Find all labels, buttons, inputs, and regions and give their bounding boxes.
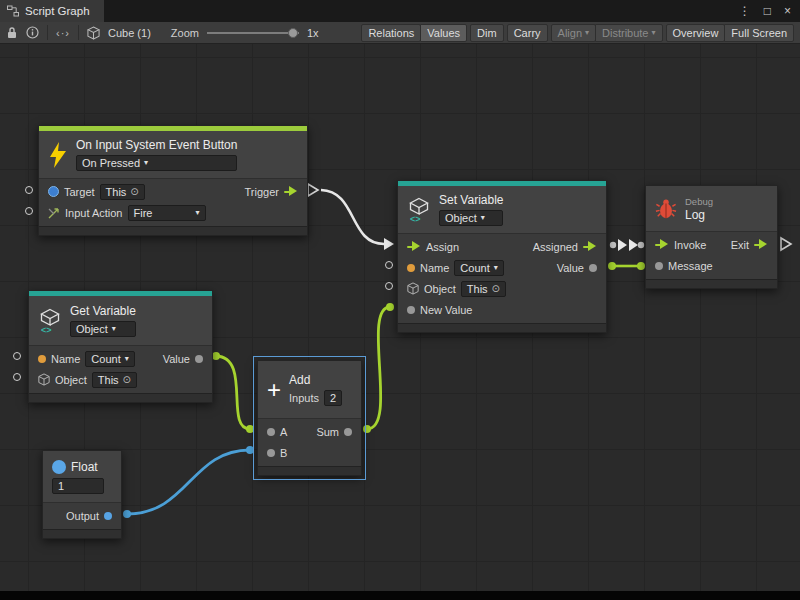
node-float[interactable]: Float 1 Output (42, 450, 122, 539)
float-icon (52, 460, 66, 474)
info-icon[interactable] (26, 26, 39, 39)
values-button[interactable]: Values (420, 24, 467, 42)
port-label: Input Action (65, 207, 123, 219)
event-state-dropdown[interactable]: On Pressed ▾ (76, 155, 237, 171)
node-add[interactable]: + Add Inputs 2 A Sum (257, 360, 362, 476)
name-row: Name Count ▾ Value (398, 257, 606, 278)
lock-icon[interactable] (6, 26, 18, 39)
port-label: Value (557, 262, 584, 274)
zoom-value: 1x (307, 27, 319, 39)
name-port[interactable] (407, 264, 415, 272)
port-circle[interactable] (385, 261, 393, 269)
variable-kind-dropdown[interactable]: Object ▾ (70, 321, 136, 337)
assign-port[interactable] (407, 241, 421, 253)
value-port[interactable] (195, 355, 203, 363)
inputs-label: Inputs (289, 392, 319, 404)
message-port[interactable] (655, 262, 663, 270)
exit-carry-arrow (781, 238, 791, 250)
node-footer (398, 323, 606, 332)
close-icon[interactable]: × (784, 4, 791, 18)
node-title: Float (71, 460, 98, 474)
variable-name-dropdown[interactable]: Count ▾ (85, 351, 134, 367)
node-title: Log (685, 208, 713, 222)
name-port[interactable] (38, 355, 46, 363)
tab-script-graph[interactable]: Script Graph (0, 0, 104, 22)
port-circle[interactable] (13, 352, 21, 360)
fullscreen-button[interactable]: Full Screen (724, 24, 794, 42)
invoke-port[interactable] (655, 239, 669, 251)
port-label: Name (51, 353, 80, 365)
caret-icon: ▾ (112, 325, 116, 333)
inputs-count-field[interactable]: 2 (324, 390, 342, 406)
caret-icon: ▾ (585, 29, 589, 37)
port-label: A (280, 426, 287, 438)
node-debug-log[interactable]: Debug Log Invoke Exit Message (645, 185, 778, 289)
object-chip[interactable]: This ⊙ (92, 372, 137, 388)
graph-toolbar: ‹·› Cube (1) Zoom 1x Relations Values Di… (0, 22, 800, 44)
port-circle[interactable] (13, 373, 21, 381)
zoom-slider-handle[interactable] (288, 28, 298, 38)
a-sum-row: A Sum (258, 421, 361, 442)
toolbar-separator (78, 25, 79, 40)
port-label: Assigned (533, 241, 578, 253)
sum-port[interactable] (344, 428, 352, 436)
maximize-icon[interactable]: □ (764, 4, 771, 18)
node-get-variable[interactable]: <> Get Variable Object ▾ Name Count (28, 290, 213, 403)
port-label: Sum (316, 426, 339, 438)
assigned-port[interactable] (583, 241, 597, 253)
lightning-icon (48, 142, 68, 168)
trigger-port[interactable] (284, 186, 298, 198)
relations-button[interactable]: Relations (361, 24, 421, 42)
graph-canvas[interactable]: On Input System Event Button On Pressed … (0, 44, 800, 591)
wire-sum-to-newvalue (363, 303, 394, 433)
target-object-chip[interactable]: This ⊙ (100, 184, 145, 200)
new-value-port[interactable] (407, 306, 415, 314)
port-circle[interactable] (25, 186, 33, 194)
node-title: Get Variable (70, 304, 136, 318)
toolbar-separator (47, 25, 48, 40)
dim-button[interactable]: Dim (470, 24, 504, 42)
input-action-dropdown[interactable]: Fire ▾ (128, 205, 206, 221)
node-footer (29, 393, 212, 402)
node-footer (43, 529, 121, 538)
output-port[interactable] (104, 512, 112, 520)
carry-button[interactable]: Carry (507, 24, 548, 42)
wire-getvalue-to-a (212, 352, 254, 433)
input-action-icon (48, 207, 60, 219)
menu-icon[interactable]: ⋮ (739, 4, 751, 18)
port-circle[interactable] (385, 282, 393, 290)
zoom-slider[interactable] (207, 26, 299, 40)
node-title: Set Variable (439, 193, 503, 207)
object-chip[interactable]: This ⊙ (461, 281, 506, 297)
script-graph-window: Script Graph ⋮ □ × ‹·› Cube (1) Zoom (0, 0, 800, 600)
b-port[interactable] (267, 449, 275, 457)
node-set-variable[interactable]: <> Set Variable Object ▾ Assign Assigned (397, 180, 607, 333)
zoom-label: Zoom (171, 27, 199, 39)
node-on-input-system-event-button[interactable]: On Input System Event Button On Pressed … (38, 125, 308, 236)
caret-icon: ▾ (481, 214, 485, 222)
add-icon: + (267, 379, 281, 401)
distribute-button[interactable]: Distribute▾ (595, 24, 662, 42)
port-label: Trigger (245, 186, 279, 198)
zoom-slider-track (207, 32, 299, 34)
code-icon[interactable]: ‹·› (56, 27, 70, 39)
port-label: Invoke (674, 239, 706, 251)
value-port[interactable] (589, 264, 597, 272)
gameobject-icon (48, 186, 59, 197)
variable-kind-dropdown[interactable]: Object ▾ (439, 210, 503, 226)
float-value-field[interactable]: 1 (52, 478, 104, 494)
toolbar-target[interactable]: Cube (1) (108, 27, 151, 39)
script-graph-icon (7, 5, 19, 17)
port-label: B (280, 447, 287, 459)
caret-icon: ▾ (125, 355, 129, 363)
port-label: Output (66, 510, 99, 522)
tab-label: Script Graph (25, 5, 90, 17)
align-button[interactable]: Align▾ (551, 24, 596, 42)
overview-button[interactable]: Overview (666, 24, 726, 42)
variable-name-dropdown[interactable]: Count ▾ (454, 260, 503, 276)
port-circle[interactable] (25, 207, 33, 215)
a-port[interactable] (267, 428, 275, 436)
cube-icon (38, 373, 50, 386)
bug-icon (655, 197, 677, 221)
exit-port[interactable] (754, 239, 768, 251)
